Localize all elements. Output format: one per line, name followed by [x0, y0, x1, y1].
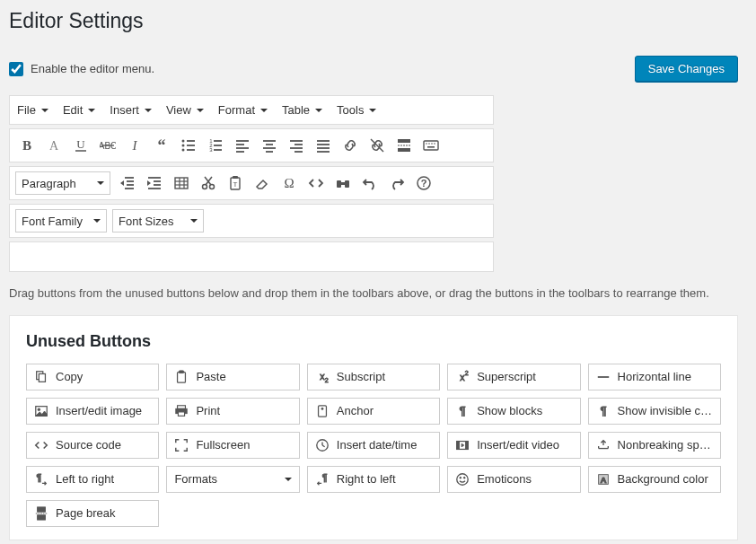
unused-button-label: Anchor: [337, 404, 432, 417]
unused-buttons-panel: Unused Buttons CopyPasteSubscriptSupersc…: [9, 315, 738, 540]
chevron-down-icon: [260, 109, 268, 112]
chevron-down-icon: [41, 109, 48, 112]
read-more-button[interactable]: [391, 132, 418, 159]
unused-button-fullscreen[interactable]: Fullscreen: [166, 432, 299, 459]
unused-button-label: Print: [196, 404, 291, 417]
menu-edit[interactable]: Edit: [56, 100, 102, 120]
eraser-button[interactable]: [249, 170, 276, 197]
hr-icon: [596, 370, 611, 384]
chevron-down-icon: [97, 181, 104, 185]
menu-format[interactable]: Format: [211, 100, 275, 120]
unused-button-label: Show blocks: [477, 404, 572, 417]
print-icon: [174, 404, 189, 418]
bullet-list-button[interactable]: [175, 132, 202, 159]
unused-button-bgcolor[interactable]: Background color: [588, 466, 721, 493]
unused-button-label: Left to right: [56, 472, 151, 486]
unused-button-copy[interactable]: Copy: [26, 364, 159, 390]
numbered-list-button[interactable]: [202, 132, 229, 159]
unused-button-superscript[interactable]: Superscript: [447, 364, 580, 390]
menu-view[interactable]: View: [159, 100, 211, 120]
unused-button-emoticon[interactable]: Emoticons: [447, 466, 580, 493]
menu-table[interactable]: Table: [275, 100, 330, 120]
pilcrow-icon: [455, 404, 470, 418]
unused-button-formats[interactable]: Formats: [166, 466, 299, 493]
unused-button-ltr[interactable]: Left to right: [26, 466, 159, 493]
cut-button[interactable]: [195, 170, 222, 197]
unused-button-sourcecode[interactable]: Source code: [26, 432, 159, 459]
menu-tools[interactable]: Tools: [330, 100, 383, 120]
chevron-down-icon: [285, 478, 292, 481]
enable-editor-menu-checkbox[interactable]: [9, 62, 23, 76]
unused-button-label: Paste: [196, 370, 291, 383]
help-button[interactable]: [410, 170, 437, 197]
clock-icon: [315, 438, 330, 452]
unused-button-label: Subscript: [337, 370, 432, 383]
underline-button[interactable]: [67, 132, 94, 159]
drag-instructions: Drag buttons from the unused buttons bel…: [9, 285, 738, 303]
unused-button-label: Copy: [56, 370, 151, 383]
align-right-button[interactable]: [283, 132, 310, 159]
align-center-button[interactable]: [256, 132, 283, 159]
undo-button[interactable]: [356, 170, 383, 197]
unused-button-label: Superscript: [477, 370, 572, 383]
menu-file[interactable]: File: [10, 100, 56, 120]
unused-button-label: Show invisible characters: [618, 404, 713, 417]
unused-button-label: Horizontal line: [618, 370, 713, 383]
unused-button-clock[interactable]: Insert date/time: [307, 432, 440, 459]
unused-button-label: Fullscreen: [196, 438, 291, 452]
italic-button[interactable]: [121, 132, 148, 159]
unused-button-subscript[interactable]: Subscript: [307, 364, 440, 390]
unlink-button[interactable]: [364, 132, 391, 159]
editor-toolbar-4[interactable]: [9, 241, 494, 272]
chevron-down-icon: [315, 109, 322, 112]
unused-button-paste[interactable]: Paste: [166, 364, 299, 390]
editor-toolbar-1: [9, 128, 494, 162]
align-left-button[interactable]: [229, 132, 256, 159]
unused-button-pilcrow[interactable]: Show blocks: [447, 398, 580, 425]
bold-button[interactable]: [13, 132, 40, 159]
font-family-select[interactable]: Font Family: [15, 209, 107, 233]
chevron-down-icon: [145, 109, 152, 112]
font-sizes-select[interactable]: Font Sizes: [112, 209, 204, 233]
unused-button-pilcrow[interactable]: Show invisible characters: [588, 398, 721, 425]
paste-plain-button[interactable]: [222, 170, 249, 197]
image-icon: [34, 404, 48, 418]
chevron-down-icon: [369, 109, 376, 112]
unused-button-label: Source code: [56, 438, 151, 452]
code-button[interactable]: [303, 170, 330, 197]
indent-button[interactable]: [141, 170, 168, 197]
menu-insert[interactable]: Insert: [102, 100, 159, 120]
unused-button-hr[interactable]: Horizontal line: [588, 364, 721, 390]
strikethrough-button[interactable]: [94, 132, 121, 159]
blockquote-button[interactable]: [148, 132, 175, 159]
superscript-icon: [455, 370, 470, 384]
omega-button[interactable]: [276, 170, 303, 197]
chevron-down-icon: [197, 109, 204, 112]
outdent-button[interactable]: [114, 170, 141, 197]
align-justify-button[interactable]: [310, 132, 337, 159]
emoticon-icon: [455, 472, 470, 487]
chevron-down-icon: [93, 219, 101, 223]
unused-button-pagebreak[interactable]: Page break: [26, 500, 159, 527]
chevron-down-icon: [190, 219, 198, 223]
save-changes-button[interactable]: Save Changes: [635, 56, 738, 82]
unused-button-image[interactable]: Insert/edit image: [26, 398, 159, 425]
table-button[interactable]: [168, 170, 195, 197]
binoculars-button[interactable]: [330, 170, 356, 197]
unused-button-print[interactable]: Print: [166, 398, 299, 425]
video-icon: [455, 438, 470, 452]
paste-icon: [174, 370, 189, 384]
unused-button-nbsp[interactable]: Nonbreaking space: [588, 432, 721, 459]
unused-button-anchor[interactable]: Anchor: [307, 398, 440, 425]
unused-button-rtl[interactable]: Right to left: [307, 466, 440, 493]
link-button[interactable]: [337, 132, 364, 159]
unused-button-video[interactable]: Insert/edit video: [447, 432, 580, 459]
chevron-down-icon: [88, 109, 95, 112]
unused-button-label: Insert/edit video: [477, 438, 572, 452]
unused-buttons-heading: Unused Buttons: [26, 332, 721, 351]
keyboard-button[interactable]: [418, 132, 444, 159]
enable-editor-menu-label: Enable the editor menu.: [31, 62, 154, 75]
font-family-button[interactable]: [40, 132, 67, 159]
paragraph-select[interactable]: Paragraph: [15, 171, 110, 195]
redo-button[interactable]: [383, 170, 410, 197]
